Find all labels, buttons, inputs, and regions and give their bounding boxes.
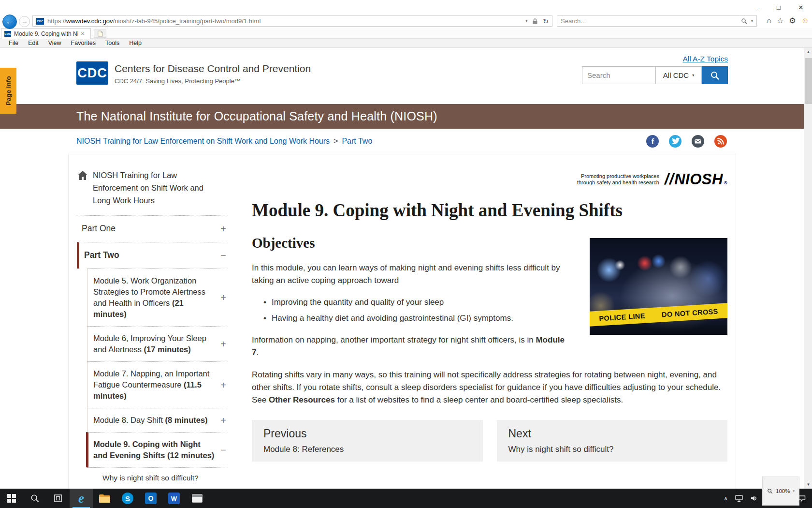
site-search-input[interactable]: [582, 66, 655, 84]
niosh-banner: The National Institute for Occupational …: [0, 104, 804, 129]
volume-icon[interactable]: [750, 495, 758, 502]
previous-label: Previous: [263, 427, 471, 440]
rotating-paragraph: Rotating shifts vary in many ways, so th…: [252, 369, 727, 406]
home-icon[interactable]: ⌂: [767, 16, 771, 25]
niosh-logo-slash: /: [669, 171, 674, 188]
url-domain: wwwdev.cdc.gov: [66, 17, 113, 25]
left-nav: NIOSH Training for Law Enforcement on Sh…: [69, 154, 228, 489]
brand-tagline-line1: Promoting productive workplaces: [577, 173, 659, 179]
niosh-banner-title[interactable]: The National Institute for Occupational …: [76, 109, 437, 123]
nav-part-two[interactable]: Part Two −: [77, 242, 228, 269]
search-icon: [710, 71, 720, 80]
gear-icon[interactable]: ⚙: [789, 16, 796, 25]
search-submit-button[interactable]: [702, 66, 728, 84]
cdc-header: All A-Z Topics CDC Centers for Disease C…: [0, 48, 804, 104]
page-info-tab[interactable]: Page Info: [0, 68, 16, 114]
taskbar-file-explorer-button[interactable]: [93, 489, 116, 508]
expand-plus-icon[interactable]: +: [220, 339, 226, 350]
collapse-minus-icon[interactable]: −: [220, 250, 226, 261]
back-button[interactable]: ←: [2, 15, 17, 29]
email-icon[interactable]: [692, 135, 704, 148]
svg-text:f: f: [652, 137, 654, 146]
expand-plus-icon[interactable]: +: [220, 292, 226, 303]
expand-plus-icon[interactable]: +: [220, 415, 226, 426]
task-view-icon: [54, 494, 62, 503]
tape-text-right: DO NOT CROSS: [662, 307, 719, 318]
menu-help[interactable]: Help: [124, 40, 146, 46]
menu-favorites[interactable]: Favorites: [66, 40, 101, 46]
favorites-star-icon[interactable]: ☆: [777, 16, 783, 25]
nav-home-link[interactable]: NIOSH Training for Law Enforcement on Sh…: [77, 169, 228, 215]
taskbar-ie-button[interactable]: e: [70, 489, 93, 508]
scroll-up-icon[interactable]: ▲: [804, 48, 812, 56]
expand-plus-icon[interactable]: +: [220, 379, 226, 390]
nav-module-7[interactable]: Module 7. Napping, an Important Fatigue …: [87, 361, 228, 408]
zoom-magnifier-icon: [767, 488, 773, 494]
nav-part-one[interactable]: Part One +: [77, 215, 228, 242]
breadcrumb-current[interactable]: Part Two: [342, 137, 372, 146]
browser-tab-row: CDC Module 9. Coping with Nig... ✕: [0, 28, 812, 39]
niosh-logo: //NIOSH®: [665, 171, 727, 188]
nav-module-8[interactable]: Module 8. Day Shift (8 minutes) +: [87, 408, 228, 432]
forward-button[interactable]: →: [19, 16, 30, 27]
taskbar-app-button[interactable]: [186, 489, 209, 508]
browser-address-row: ← → CDC https://wwwdev.cdc.gov/niosh/z-l…: [0, 15, 812, 28]
tab-favicon: CDC: [4, 31, 11, 37]
breadcrumb-root-link[interactable]: NIOSH Training for Law Enforcement on Sh…: [76, 137, 330, 146]
expand-plus-icon[interactable]: +: [220, 224, 226, 235]
menu-view[interactable]: View: [44, 40, 66, 46]
search-dropdown-icon[interactable]: ▾: [751, 19, 753, 23]
folder-icon: [99, 494, 110, 503]
collapse-minus-icon[interactable]: −: [220, 445, 226, 456]
napping-paragraph: Information on napping, another importan…: [252, 334, 727, 359]
autocomplete-dropdown-icon[interactable]: ▾: [525, 19, 527, 23]
start-button[interactable]: [0, 489, 23, 508]
nav-part-one-label: Part One: [82, 224, 116, 233]
cdc-logo[interactable]: CDC Centers for Disease Control and Prev…: [76, 61, 311, 85]
org-name: Centers for Disease Control and Preventi…: [115, 63, 311, 75]
browser-search-box[interactable]: ▾: [557, 15, 757, 27]
scroll-down-icon[interactable]: ▼: [804, 480, 812, 489]
hidden-icons-chevron-icon[interactable]: ∧: [724, 495, 728, 502]
internet-explorer-icon: e: [78, 492, 84, 505]
nav-module-5[interactable]: Module 5. Work Organization Strategies t…: [87, 269, 228, 326]
taskbar-outlook-button[interactable]: O: [139, 489, 162, 508]
nav-module-8-label: Module 8. Day Shift: [93, 416, 165, 424]
other-resources-link[interactable]: Other Resources: [269, 395, 335, 404]
next-button[interactable]: Next Why is night shift so difficult?: [497, 420, 728, 462]
nav-module-6[interactable]: Module 6, Improving Your Sleep and Alert…: [87, 326, 228, 361]
minimize-button[interactable]: –: [745, 0, 768, 15]
maximize-button[interactable]: □: [768, 0, 790, 15]
az-topics-link[interactable]: All A-Z Topics: [682, 55, 728, 63]
vertical-scrollbar[interactable]: ▲ ▼: [804, 48, 812, 489]
browser-tab[interactable]: CDC Module 9. Coping with Nig... ✕: [1, 28, 91, 39]
refresh-icon[interactable]: ↻: [543, 17, 549, 25]
menu-tools[interactable]: Tools: [101, 40, 124, 46]
menu-edit[interactable]: Edit: [23, 40, 44, 46]
address-bar[interactable]: CDC https://wwwdev.cdc.gov/niosh/z-lab-9…: [32, 15, 552, 27]
twitter-icon[interactable]: [669, 135, 682, 148]
menu-file[interactable]: File: [4, 40, 23, 46]
search-scope-label: All CDC: [663, 71, 689, 79]
close-button[interactable]: ✕: [790, 0, 812, 15]
previous-button[interactable]: Previous Module 8: References: [252, 420, 483, 462]
new-tab-button[interactable]: [94, 30, 106, 38]
task-view-button[interactable]: [46, 489, 70, 508]
browser-search-input[interactable]: [561, 17, 737, 25]
syndicate-icon[interactable]: [714, 135, 727, 148]
facebook-icon[interactable]: f: [646, 135, 659, 148]
taskbar-search-button[interactable]: [23, 489, 46, 508]
taskbar-skype-button[interactable]: S: [116, 489, 139, 508]
nav-module-9-current[interactable]: Module 9. Coping with Night and Evening …: [86, 432, 228, 467]
nav-subitem-why-night-shift[interactable]: Why is night shift so difficult?: [87, 467, 228, 488]
taskbar-word-button[interactable]: W: [162, 489, 186, 508]
search-scope-dropdown[interactable]: All CDC ▾: [655, 66, 702, 84]
url-text: https://wwwdev.cdc.gov/niosh/z-lab-945/p…: [47, 17, 261, 25]
lock-icon[interactable]: [532, 18, 538, 25]
network-icon[interactable]: [735, 495, 743, 502]
search-icon[interactable]: [741, 18, 747, 24]
feedback-smiley-icon[interactable]: ☺: [801, 16, 809, 25]
tab-close-icon[interactable]: ✕: [81, 31, 85, 36]
scrollbar-thumb[interactable]: [805, 58, 812, 104]
zoom-control[interactable]: 100% ▾: [762, 477, 799, 506]
